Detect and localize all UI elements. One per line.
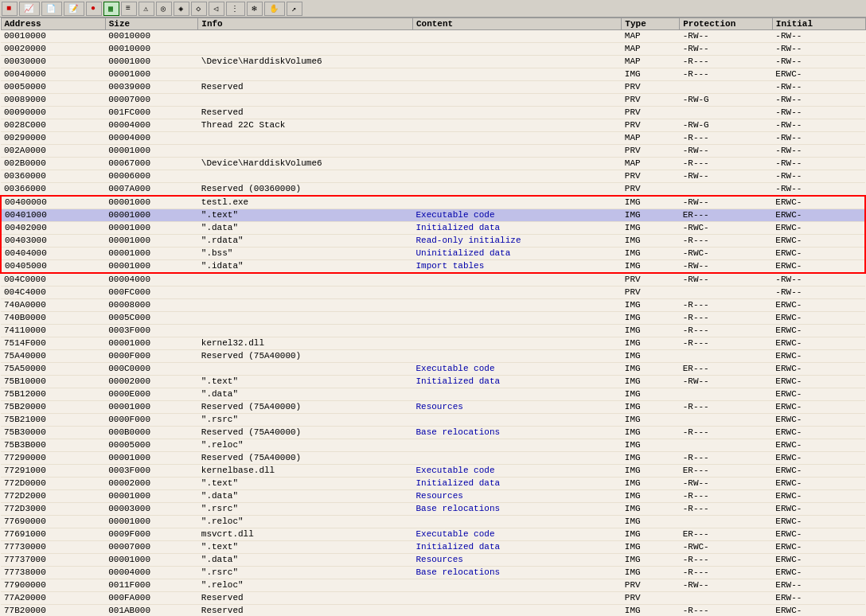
- table-row[interactable]: 75A50000000C0000Executable codeIMGER---E…: [1, 363, 865, 376]
- cell-initial: ERWC-: [772, 605, 865, 617]
- cell-type: IMG: [622, 452, 680, 465]
- table-row[interactable]: 772D300000003000 ".rsrc"Base relocations…: [1, 503, 865, 516]
- table-row[interactable]: 772D200000001000 ".data"ResourcesIMG-R--…: [1, 490, 865, 503]
- table-row[interactable]: 7773700000001000 ".data"ResourcesIMG-R--…: [1, 554, 865, 567]
- script-button[interactable]: ◎: [156, 2, 172, 16]
- cell-content: [412, 119, 621, 132]
- table-row[interactable]: 002A000000001000PRV-RW---RW--: [1, 145, 865, 158]
- cell-info: testl.exe: [198, 196, 413, 209]
- table-row[interactable]: 003660000007A000Reserved (00360000)PRV-R…: [1, 183, 865, 197]
- cell-initial: ERWC-: [772, 68, 865, 81]
- cell-type: IMG: [622, 401, 680, 414]
- table-row[interactable]: 0003000000001000\Device\HarddiskVolume6M…: [1, 56, 865, 68]
- cell-initial: ERWC-: [772, 222, 865, 235]
- table-row[interactable]: 77B20000001AB000ReservedIMG-R---ERWC-: [1, 605, 865, 617]
- graph-button[interactable]: 📈: [19, 2, 40, 16]
- table-row[interactable]: 75B1000000002000 ".text"Initialized data…: [1, 376, 865, 388]
- table-row[interactable]: 0008900000007000PRV-RW-G-RW--: [1, 94, 865, 107]
- cell-size: 00001000: [105, 56, 198, 68]
- log-button[interactable]: 📄: [41, 2, 62, 16]
- table-row[interactable]: 0040400000001000 ".bss"Uninitialized dat…: [1, 248, 865, 260]
- table-row[interactable]: 7773800000004000 ".rsrc"Base relocations…: [1, 567, 865, 579]
- table-row[interactable]: 0040500000001000 ".idata"Import tablesIM…: [1, 260, 865, 274]
- cpu-button[interactable]: ■: [2, 2, 18, 16]
- cell-content: [412, 579, 621, 592]
- cell-initial: -RW--: [772, 107, 865, 119]
- cell-address: 772D3000: [1, 503, 105, 516]
- bp-icon: ●: [91, 4, 96, 13]
- table-row[interactable]: 00090000001FC000ReservedPRV-RW--: [1, 107, 865, 119]
- table-row[interactable]: 0040300000001000 ".rdata"Read-only initi…: [1, 235, 865, 248]
- source-button[interactable]: ◇: [191, 2, 207, 16]
- cell-info: Thread 22C Stack: [198, 119, 413, 132]
- table-row[interactable]: 772D000000002000 ".text"Initialized data…: [1, 478, 865, 490]
- table-row[interactable]: 75B3B00000005000 ".reloc"IMGERWC-: [1, 439, 865, 452]
- threads-button[interactable]: ⋮: [226, 2, 245, 16]
- table-row[interactable]: 7773000000007000 ".text"Initialized data…: [1, 541, 865, 554]
- callstack-icon: ≡: [126, 4, 131, 13]
- table-row[interactable]: 740B00000005C000IMG-R---ERWC-: [1, 312, 865, 325]
- cell-initial: ERWC-: [772, 337, 865, 350]
- cell-content: Base relocations: [412, 427, 621, 439]
- symbols-button[interactable]: ◈: [174, 2, 189, 16]
- cell-address: 004C0000: [1, 273, 105, 287]
- col-initial: Initial: [772, 18, 865, 30]
- table-row[interactable]: 0040000000001000testl.exeIMG-RW--ERWC-: [1, 196, 865, 209]
- memory-map-button[interactable]: ▦: [103, 2, 119, 16]
- table-row[interactable]: 0002000000010000MAP-RW---RW--: [1, 43, 865, 56]
- table-row[interactable]: 75B120000000E000 ".data"IMGERWC-: [1, 388, 865, 401]
- table-row[interactable]: 0040100000001000 ".text"Executable codeI…: [1, 209, 865, 222]
- memory-map-container[interactable]: Address Size Info Content Type Protectio…: [0, 18, 866, 616]
- table-row[interactable]: 0036000000006000PRV-RW---RW--: [1, 170, 865, 183]
- cell-info: ".reloc": [198, 516, 413, 528]
- table-row[interactable]: 75A400000000F000Reserved (75A40000)IMGER…: [1, 350, 865, 363]
- table-row[interactable]: 0004000000001000IMG-R---ERWC-: [1, 68, 865, 81]
- cell-address: 7514F000: [1, 337, 105, 350]
- cell-info: [198, 363, 413, 376]
- table-row[interactable]: 0029000000004000MAP-R----RW--: [1, 132, 865, 145]
- notes-button[interactable]: 📝: [64, 2, 84, 16]
- cell-type: MAP: [622, 56, 680, 68]
- table-row[interactable]: 7514F00000001000kernel32.dllIMG-R---ERWC…: [1, 337, 865, 350]
- table-row[interactable]: 75B30000000B0000Reserved (75A40000)Base …: [1, 427, 865, 439]
- table-row[interactable]: 004C4000000FC000PRV-RW--: [1, 287, 865, 299]
- cell-address: 75A50000: [1, 363, 105, 376]
- cell-address: 772D2000: [1, 490, 105, 503]
- table-row[interactable]: 0040200000001000 ".data"Initialized data…: [1, 222, 865, 235]
- cell-address: 75B30000: [1, 427, 105, 439]
- table-row[interactable]: 0005000000039000ReservedPRV-RW--: [1, 81, 865, 94]
- seh-button[interactable]: ⚠: [138, 2, 154, 16]
- table-row[interactable]: 779000000011F000 ".reloc"PRV-RW--ERW--: [1, 579, 865, 592]
- table-row[interactable]: 741100000003F000IMG-R---ERWC-: [1, 325, 865, 337]
- cell-initial: -RW--: [772, 183, 865, 197]
- col-protection: Protection: [680, 18, 773, 30]
- table-row[interactable]: 772910000003F000kernelbase.dllExecutable…: [1, 465, 865, 478]
- table-row[interactable]: 75B2000000001000Reserved (75A40000)Resou…: [1, 401, 865, 414]
- table-row[interactable]: 740A000000008000IMG-R---ERWC-: [1, 299, 865, 312]
- table-row[interactable]: 7769000000001000 ".reloc"IMGERWC-: [1, 516, 865, 528]
- table-row[interactable]: 002B000000067000\Device\HarddiskVolume6M…: [1, 158, 865, 170]
- table-row[interactable]: 75B210000000F000 ".rsrc"IMGERWC-: [1, 414, 865, 427]
- trace-button[interactable]: ↗: [287, 2, 302, 16]
- call-stack-button[interactable]: ≡: [121, 2, 137, 16]
- table-row[interactable]: 776910000009F000msvcrt.dllExecutable cod…: [1, 528, 865, 541]
- cell-content: [412, 299, 621, 312]
- cell-type: IMG: [622, 503, 680, 516]
- breakpoints-button[interactable]: ●: [86, 2, 102, 16]
- table-row[interactable]: 77A20000000FA000ReservedPRVERW--: [1, 592, 865, 605]
- references-button[interactable]: ◁: [209, 2, 224, 16]
- table-row[interactable]: 004C000000004000PRV-RW---RW--: [1, 273, 865, 287]
- handles-button[interactable]: ✋: [264, 2, 285, 16]
- table-row[interactable]: 0001000000010000MAP-RW---RW--: [1, 30, 865, 43]
- cell-content: [412, 312, 621, 325]
- cell-address: 00020000: [1, 43, 105, 56]
- cell-initial: ERWC-: [772, 401, 865, 414]
- table-row[interactable]: 7729000000001000Reserved (75A40000)IMG-R…: [1, 452, 865, 465]
- cell-size: 00010000: [105, 30, 198, 43]
- cell-info: kernelbase.dll: [198, 465, 413, 478]
- cell-size: 00001000: [105, 554, 198, 567]
- table-row[interactable]: 0028C00000004000Thread 22C StackPRV-RW-G…: [1, 119, 865, 132]
- snowman-button[interactable]: ❄: [247, 2, 263, 16]
- cell-address: 00401000: [1, 209, 105, 222]
- cell-initial: ERWC-: [772, 478, 865, 490]
